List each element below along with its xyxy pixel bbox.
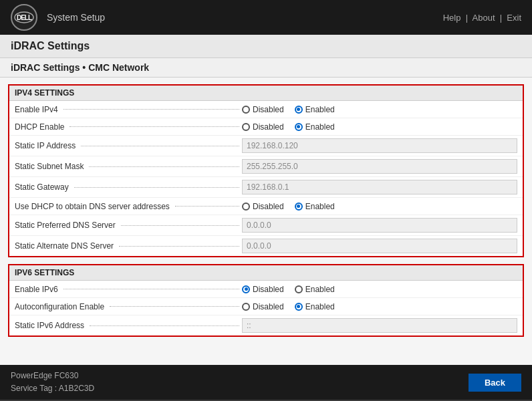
radio-label-autoconfig_enable-disabled: Disabled (253, 302, 284, 311)
label-text-static_preferred_dns: Static Preferred DNS Server (15, 221, 116, 230)
row-static_preferred_dns: Static Preferred DNS Server (9, 215, 523, 236)
radio-circle-dhcp_enable-disabled (242, 123, 250, 131)
page-title: iDRAC Settings (11, 40, 521, 52)
header-links: Help | About | Exit (443, 13, 521, 23)
row-use_dhcp_dns: Use DHCP to obtain DNS server addressesD… (9, 198, 523, 215)
footer-info: PowerEdge FC630 Service Tag : A1B2C3D (11, 370, 94, 395)
value-dhcp_enable: DisabledEnabled (242, 122, 517, 132)
row-enable_ipv4: Enable IPv4DisabledEnabled (9, 101, 523, 118)
value-enable_ipv6: DisabledEnabled (242, 285, 517, 294)
radio-group-enable_ipv4: DisabledEnabled (242, 105, 335, 114)
row-dhcp_enable: DHCP EnableDisabledEnabled (9, 118, 523, 136)
content-area: IPV4 SETTINGSEnable IPv4DisabledEnabledD… (0, 78, 532, 365)
radio-option-enable_ipv4-disabled[interactable]: Disabled (242, 105, 284, 114)
radio-option-enable_ipv6-enabled[interactable]: Enabled (295, 285, 335, 294)
section-ipv4: IPV4 SETTINGSEnable IPv4DisabledEnabledD… (8, 84, 524, 257)
value-static_alternate_dns (242, 239, 517, 253)
about-link[interactable]: About (473, 13, 495, 23)
service-tag-label: Service Tag (11, 384, 52, 393)
radio-circle-use_dhcp_dns-enabled (295, 203, 303, 211)
label-static_preferred_dns: Static Preferred DNS Server (15, 221, 242, 230)
radio-circle-dhcp_enable-enabled (295, 123, 303, 131)
radio-label-use_dhcp_dns-enabled: Enabled (305, 202, 335, 211)
header-title: System Setup (47, 12, 105, 23)
service-tag-value: A1B2C3D (59, 384, 94, 393)
radio-circle-enable_ipv6-disabled (242, 285, 250, 293)
radio-circle-enable_ipv4-disabled (242, 106, 250, 114)
label-text-static_gateway: Static Gateway (15, 182, 69, 192)
row-static_gateway: Static Gateway (9, 177, 523, 198)
dots-enable_ipv6 (63, 289, 239, 289)
breadcrumb: iDRAC Settings • CMC Network (11, 62, 521, 73)
row-static_alternate_dns: Static Alternate DNS Server (9, 236, 523, 256)
back-button[interactable]: Back (469, 374, 521, 392)
radio-option-autoconfig_enable-disabled[interactable]: Disabled (242, 302, 284, 311)
dots-static_ipv6 (90, 325, 239, 326)
label-autoconfig_enable: Autoconfiguration Enable (15, 302, 242, 311)
label-text-static_ipv6: Static IPv6 Address (15, 321, 84, 330)
radio-label-autoconfig_enable-enabled: Enabled (305, 302, 335, 311)
input-static_gateway (242, 180, 517, 194)
page-title-bar: iDRAC Settings (0, 35, 532, 58)
value-static_preferred_dns (242, 218, 517, 233)
label-static_alternate_dns: Static Alternate DNS Server (15, 241, 242, 251)
label-enable_ipv6: Enable IPv6 (15, 285, 242, 294)
section-header-ipv4: IPV4 SETTINGS (9, 86, 523, 101)
label-text-static_alternate_dns: Static Alternate DNS Server (15, 241, 114, 251)
input-static_alternate_dns (242, 239, 517, 253)
dots-static_ip (81, 146, 239, 146)
row-static_ip: Static IP Address (9, 136, 523, 156)
label-text-static_ip: Static IP Address (15, 141, 76, 150)
dots-use_dhcp_dns (175, 206, 239, 207)
label-static_gateway: Static Gateway (15, 182, 242, 192)
row-autoconfig_enable: Autoconfiguration EnableDisabledEnabled (9, 298, 523, 315)
radio-label-enable_ipv6-disabled: Disabled (253, 285, 284, 294)
value-static_subnet (242, 159, 517, 174)
radio-label-dhcp_enable-enabled: Enabled (305, 122, 335, 132)
service-tag-line: Service Tag : A1B2C3D (11, 382, 94, 395)
dots-dhcp_enable (70, 126, 239, 127)
radio-group-autoconfig_enable: DisabledEnabled (242, 302, 335, 311)
radio-option-enable_ipv4-enabled[interactable]: Enabled (295, 105, 335, 114)
label-text-dhcp_enable: DHCP Enable (15, 122, 64, 132)
label-text-static_subnet: Static Subnet Mask (15, 162, 84, 171)
value-static_ip (242, 138, 517, 153)
input-static_ipv6 (242, 318, 517, 333)
dots-static_preferred_dns (121, 225, 239, 226)
radio-group-use_dhcp_dns: DisabledEnabled (242, 202, 335, 211)
value-use_dhcp_dns: DisabledEnabled (242, 202, 517, 211)
svg-text:DELL: DELL (17, 14, 32, 21)
label-use_dhcp_dns: Use DHCP to obtain DNS server addresses (15, 202, 242, 211)
label-text-autoconfig_enable: Autoconfiguration Enable (15, 302, 104, 311)
radio-label-use_dhcp_dns-disabled: Disabled (253, 202, 284, 211)
value-autoconfig_enable: DisabledEnabled (242, 302, 517, 311)
footer: PowerEdge FC630 Service Tag : A1B2C3D Ba… (0, 365, 532, 400)
radio-circle-autoconfig_enable-enabled (295, 303, 303, 311)
radio-label-enable_ipv4-disabled: Disabled (253, 105, 284, 114)
help-link[interactable]: Help (443, 13, 461, 23)
radio-option-autoconfig_enable-enabled[interactable]: Enabled (295, 302, 335, 311)
dell-logo: DELL (11, 4, 37, 31)
label-text-enable_ipv6: Enable IPv6 (15, 285, 58, 294)
section-ipv6: IPV6 SETTINGSEnable IPv6DisabledEnabledA… (8, 264, 524, 337)
label-static_ip: Static IP Address (15, 141, 242, 150)
radio-option-use_dhcp_dns-enabled[interactable]: Enabled (295, 202, 335, 211)
value-static_gateway (242, 180, 517, 194)
radio-label-enable_ipv4-enabled: Enabled (305, 105, 335, 114)
input-static_subnet (242, 159, 517, 174)
radio-option-use_dhcp_dns-disabled[interactable]: Disabled (242, 202, 284, 211)
logo-area: DELL System Setup (11, 4, 105, 31)
exit-link[interactable]: Exit (507, 13, 521, 23)
radio-label-dhcp_enable-disabled: Disabled (253, 122, 284, 132)
dots-static_subnet (89, 166, 239, 167)
dots-enable_ipv4 (63, 109, 239, 110)
label-static_ipv6: Static IPv6 Address (15, 321, 242, 330)
radio-option-enable_ipv6-disabled[interactable]: Disabled (242, 285, 284, 294)
product-name: PowerEdge FC630 (11, 370, 94, 382)
radio-circle-enable_ipv4-enabled (295, 106, 303, 114)
radio-option-dhcp_enable-disabled[interactable]: Disabled (242, 122, 284, 132)
dots-static_gateway (74, 187, 239, 188)
radio-circle-enable_ipv6-enabled (295, 285, 303, 293)
header: DELL System Setup Help | About | Exit (0, 0, 532, 35)
radio-option-dhcp_enable-enabled[interactable]: Enabled (295, 122, 335, 132)
